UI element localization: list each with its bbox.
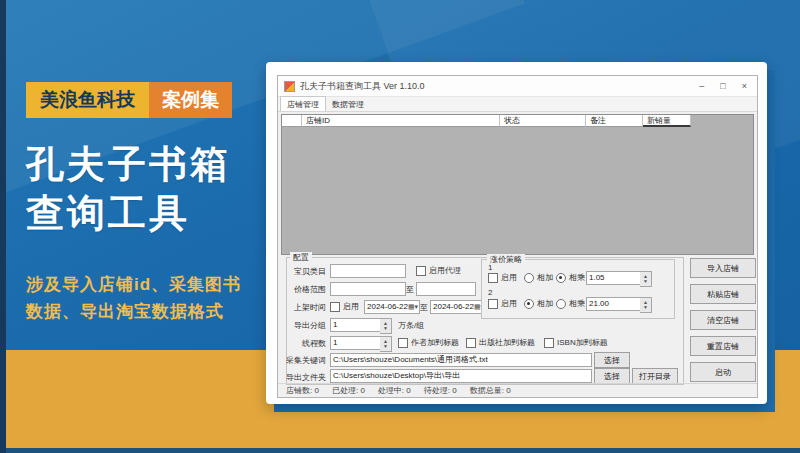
- keywords-select-button[interactable]: 选择: [594, 352, 630, 368]
- strategy1-stepper[interactable]: ▲▼: [640, 271, 652, 287]
- maximize-icon[interactable]: □: [720, 81, 725, 91]
- left-edge-strip: [0, 0, 6, 453]
- grid-header-status[interactable]: 状态: [500, 115, 586, 127]
- strategy2-stepper[interactable]: ▲▼: [640, 297, 652, 313]
- poster-subtitle-line1: 涉及导入店铺id、采集图书: [26, 271, 241, 298]
- clear-shops-button[interactable]: 清空店铺: [690, 310, 756, 330]
- author-to-title-label: 作者加到标题: [411, 337, 459, 348]
- checkbox-icon[interactable]: [416, 266, 426, 276]
- grid-header-selector[interactable]: [282, 115, 302, 127]
- menu-bar: 店铺管理 数据管理: [278, 97, 757, 112]
- date-from-value: 2024-06-22: [367, 301, 408, 313]
- strategy1-multiply-radio[interactable]: 相乘: [556, 272, 585, 283]
- close-icon[interactable]: ×: [742, 81, 747, 91]
- strategy1-index: 1: [488, 263, 492, 272]
- price-strategy-group-label: 涨价策略: [487, 254, 525, 265]
- date-to-picker[interactable]: 2024-06-22 ▦▾: [430, 300, 486, 314]
- publisher-to-title-checkbox[interactable]: 出版社加到标题: [466, 337, 535, 348]
- minimize-icon[interactable]: –: [699, 81, 704, 91]
- threads-label: 线程数: [280, 338, 326, 349]
- start-button[interactable]: 启动: [690, 362, 756, 382]
- enable-label: 启用: [343, 301, 359, 312]
- export-group-label: 导出分组: [280, 320, 326, 331]
- price-min-input[interactable]: [330, 282, 406, 296]
- radio-icon[interactable]: [524, 273, 534, 283]
- publisher-to-title-label: 出版社加到标题: [479, 337, 535, 348]
- window-title: 孔夫子书籍查询工具 Ver 1.10.0: [300, 80, 425, 93]
- strategy2-index: 2: [488, 288, 492, 297]
- open-directory-button[interactable]: 打开目录: [632, 368, 678, 384]
- grid-header-new-sales[interactable]: 新销量: [643, 115, 691, 127]
- calendar-dropdown-icon[interactable]: ▦▾: [408, 301, 418, 313]
- radio-icon[interactable]: [524, 299, 534, 309]
- keywords-label: 采集关键词: [280, 355, 326, 366]
- checkbox-icon[interactable]: [398, 338, 408, 348]
- export-group-unit: 万条/组: [398, 320, 424, 331]
- strategy1-add-label: 相加: [537, 272, 553, 283]
- checkbox-icon[interactable]: [488, 299, 498, 309]
- checkbox-icon[interactable]: [330, 302, 340, 312]
- brand-badge: 美浪鱼科技 案例集: [26, 82, 232, 118]
- price-max-input[interactable]: [416, 282, 476, 296]
- radio-icon[interactable]: [556, 299, 566, 309]
- status-shop-count: 店铺数: 0: [286, 385, 319, 396]
- isbn-to-title-label: ISBN加到标题: [557, 337, 608, 348]
- status-pending: 待处理: 0: [424, 385, 457, 396]
- paste-shops-button[interactable]: 粘贴店铺: [690, 284, 756, 304]
- threads-input[interactable]: 1: [330, 336, 382, 350]
- strategy2-add-label: 相加: [537, 298, 553, 309]
- status-total-data: 数据总量: 0: [470, 385, 511, 396]
- author-to-title-checkbox[interactable]: 作者加到标题: [398, 337, 459, 348]
- reset-shops-button[interactable]: 重置店铺: [690, 336, 756, 356]
- proxy-checkbox-label: 启用代理: [429, 265, 461, 276]
- price-range-label: 价格范围: [280, 284, 326, 295]
- export-group-stepper[interactable]: ▲▼: [380, 318, 392, 334]
- screenshot-card: 孔夫子书籍查询工具 Ver 1.10.0 – □ × 店铺管理 数据管理 店铺I…: [266, 62, 767, 404]
- poster-title-line2: 查询工具: [26, 189, 231, 238]
- strategy2-value-input[interactable]: 21.00: [586, 297, 642, 311]
- strategy1-value-input[interactable]: 1.05: [586, 271, 642, 285]
- strategy2-add-radio[interactable]: 相加: [524, 298, 553, 309]
- threads-stepper[interactable]: ▲▼: [380, 336, 392, 352]
- listing-time-enable-checkbox[interactable]: 启用: [330, 301, 359, 312]
- checkbox-icon[interactable]: [488, 273, 498, 283]
- grid-header-shop-id[interactable]: 店铺ID: [302, 115, 500, 127]
- checkbox-icon[interactable]: [466, 338, 476, 348]
- tab-shop-management[interactable]: 店铺管理: [280, 96, 326, 111]
- radio-icon[interactable]: [556, 273, 566, 283]
- isbn-to-title-checkbox[interactable]: ISBN加到标题: [544, 337, 608, 348]
- poster-canvas: 美浪鱼科技 案例集 孔夫子书箱 查询工具 涉及导入店铺id、采集图书 数据、导出…: [0, 0, 800, 453]
- poster-title: 孔夫子书箱 查询工具: [26, 140, 231, 238]
- shop-list-grid[interactable]: 店铺ID 状态 备注 新销量: [281, 114, 754, 255]
- proxy-checkbox[interactable]: 启用代理: [416, 265, 461, 276]
- export-folder-select-button[interactable]: 选择: [594, 368, 630, 384]
- strategy2-enable-label: 启用: [501, 298, 517, 309]
- date-to-value: 2024-06-22: [433, 301, 474, 313]
- grid-header-row: 店铺ID 状态 备注 新销量: [282, 115, 753, 127]
- window-titlebar[interactable]: 孔夫子书籍查询工具 Ver 1.10.0 – □ ×: [278, 76, 757, 97]
- export-group-input[interactable]: 1: [330, 318, 382, 332]
- tab-data-management[interactable]: 数据管理: [326, 97, 370, 111]
- strategy2-multiply-radio[interactable]: 相乘: [556, 298, 585, 309]
- price-to-label: 至: [406, 284, 414, 295]
- strategy1-add-radio[interactable]: 相加: [524, 272, 553, 283]
- checkbox-icon[interactable]: [544, 338, 554, 348]
- config-group-label: 配置: [290, 252, 312, 263]
- app-icon: [284, 81, 295, 92]
- strategy2-enable-checkbox[interactable]: 启用: [488, 298, 517, 309]
- app-window: 孔夫子书籍查询工具 Ver 1.10.0 – □ × 店铺管理 数据管理 店铺I…: [277, 75, 758, 398]
- strategy1-enable-checkbox[interactable]: 启用: [488, 272, 517, 283]
- collection-tag: 案例集: [149, 82, 232, 118]
- date-from-picker[interactable]: 2024-06-22 ▦▾: [364, 300, 420, 314]
- poster-subtitle-line2: 数据、导出淘宝数据格式: [26, 298, 241, 325]
- item-category-input[interactable]: [330, 264, 406, 278]
- strategy2-multiply-label: 相乘: [569, 298, 585, 309]
- keywords-path-input[interactable]: C:\Users\shouze\Documents\通用词格式.txt: [330, 353, 592, 367]
- item-category-label: 宝贝类目: [280, 266, 326, 277]
- brand-name: 美浪鱼科技: [26, 82, 149, 118]
- export-folder-path-input[interactable]: C:\Users\shouze\Desktop\导出\导出: [330, 369, 592, 383]
- status-processed: 已处理: 0: [332, 385, 365, 396]
- grid-header-remark[interactable]: 备注: [586, 115, 643, 127]
- status-bar: 店铺数: 0 已处理: 0 处理中: 0 待处理: 0 数据总量: 0: [278, 383, 757, 396]
- import-shops-button[interactable]: 导入店铺: [690, 258, 756, 278]
